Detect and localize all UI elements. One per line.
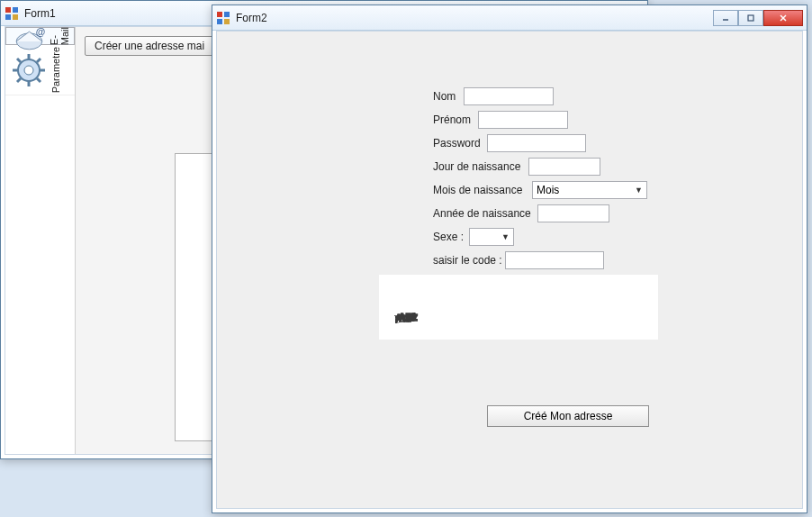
sexe-label: Sexe : xyxy=(433,231,469,243)
jour-label: Jour de naissance xyxy=(433,160,528,173)
mois-label: Mois de naissance xyxy=(433,184,532,196)
row-password: Password xyxy=(433,132,775,154)
svg-line-16 xyxy=(17,59,21,62)
svg-rect-1 xyxy=(13,7,18,13)
svg-line-18 xyxy=(37,59,41,62)
gear-icon xyxy=(7,49,50,92)
sidebar-item-label: E-Mail xyxy=(49,25,70,47)
nom-label: Nom xyxy=(433,90,464,103)
svg-rect-21 xyxy=(224,12,230,17)
submit-label: Créé Mon adresse xyxy=(524,410,613,422)
svg-point-11 xyxy=(24,66,33,75)
form2-fields: Nom Prénom Password Jour de naissance Mo… xyxy=(433,86,775,273)
sexe-select[interactable]: ▼ xyxy=(469,228,514,246)
row-prenom: Prénom xyxy=(433,109,775,131)
sidebar-item-label: Parametre xyxy=(50,45,61,95)
password-input[interactable] xyxy=(487,134,586,152)
minimize-button[interactable] xyxy=(713,10,738,26)
form2-titlebar[interactable]: Form2 xyxy=(212,5,807,31)
mois-select[interactable]: Mois ▼ xyxy=(532,181,647,199)
close-button[interactable] xyxy=(763,10,803,26)
row-mois: Mois de naissance Mois ▼ xyxy=(433,179,775,201)
svg-rect-0 xyxy=(5,7,11,13)
form2-window-buttons xyxy=(713,10,803,26)
captcha-text: rAAn5d8z xyxy=(392,311,418,323)
row-nom: Nom xyxy=(433,86,775,107)
svg-rect-20 xyxy=(217,12,222,17)
submit-button[interactable]: Créé Mon adresse xyxy=(487,405,649,427)
svg-line-17 xyxy=(37,78,41,82)
chevron-down-icon: ▼ xyxy=(635,186,643,195)
maximize-button[interactable] xyxy=(738,10,763,26)
sidebar-item-parametre[interactable]: Parametre xyxy=(5,45,75,95)
svg-line-19 xyxy=(17,78,21,82)
code-input[interactable] xyxy=(505,251,604,269)
annee-input[interactable] xyxy=(537,204,609,222)
code-label: saisir le code : xyxy=(433,254,505,267)
svg-text:@: @ xyxy=(36,25,45,36)
mois-selected: Mois xyxy=(537,184,559,196)
sidebar-item-email[interactable]: @ E-Mail xyxy=(5,27,75,45)
row-sexe: Sexe : ▼ xyxy=(433,226,775,248)
row-jour: Jour de naissance xyxy=(433,156,775,177)
nom-input[interactable] xyxy=(464,87,554,105)
captcha-image: rAAn5d8z xyxy=(379,275,658,340)
row-annee: Année de naissance xyxy=(433,203,775,224)
jour-input[interactable] xyxy=(528,158,600,176)
app-icon xyxy=(216,11,230,25)
svg-rect-22 xyxy=(217,19,222,24)
prenom-label: Prénom xyxy=(433,113,478,126)
password-label: Password xyxy=(433,137,487,150)
annee-label: Année de naissance xyxy=(433,207,537,220)
form1-sidebar: @ E-Mail Parametre xyxy=(5,27,76,454)
chevron-down-icon: ▼ xyxy=(501,232,510,241)
row-code: saisir le code : xyxy=(433,249,775,271)
form2-window: Form2 Nom Prénom Password Jour de naissa… xyxy=(212,5,807,513)
form2-client: Nom Prénom Password Jour de naissance Mo… xyxy=(216,31,803,509)
svg-rect-25 xyxy=(748,15,753,21)
svg-rect-23 xyxy=(224,19,230,24)
prenom-input[interactable] xyxy=(478,111,568,129)
create-address-button[interactable]: Créer une adresse mai xyxy=(85,36,214,56)
form2-title: Form2 xyxy=(236,12,713,24)
